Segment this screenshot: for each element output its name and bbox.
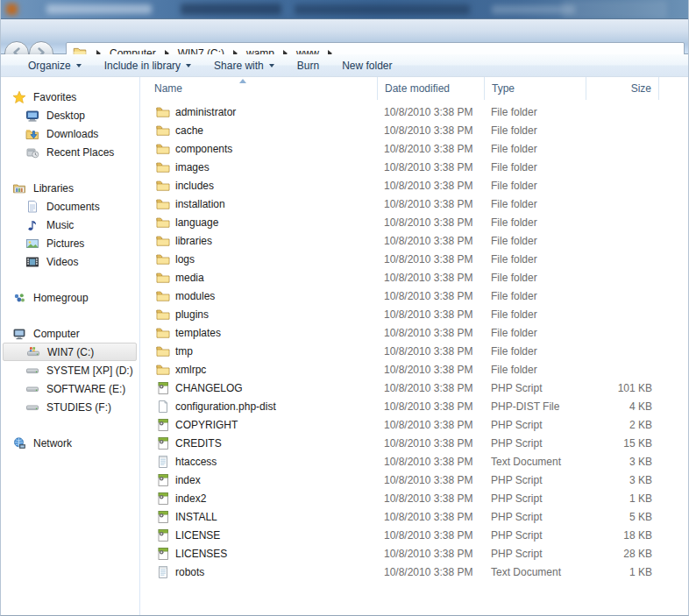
sidebar-item[interactable]: Downloads <box>1 124 139 143</box>
file-name-cell: includes <box>140 179 377 193</box>
sidebar-section-label: Libraries <box>33 182 74 195</box>
sidebar-item[interactable]: Desktop <box>1 106 139 124</box>
file-date-cell: 10/8/2010 3:38 PM <box>377 124 484 137</box>
php-script-icon <box>156 418 170 432</box>
file-row[interactable]: COPYRIGHT 10/8/2010 3:38 PM PHP Script 2… <box>140 415 688 434</box>
file-name: logs <box>175 253 195 266</box>
file-row[interactable]: INSTALL 10/8/2010 3:38 PM PHP Script 5 K… <box>140 507 688 526</box>
file-row[interactable]: index2 10/8/2010 3:38 PM PHP Script 1 KB <box>140 489 688 507</box>
file-type-cell: File folder <box>484 253 586 266</box>
file-row[interactable]: CHANGELOG 10/8/2010 3:38 PM PHP Script 1… <box>140 379 688 397</box>
file-type-cell: File folder <box>484 364 586 376</box>
downloads-icon <box>25 127 39 141</box>
file-date-cell: 10/8/2010 3:38 PM <box>377 456 484 468</box>
file-row[interactable]: plugins 10/8/2010 3:38 PM File folder <box>140 305 688 323</box>
sidebar-item-label: STUDIES (F:) <box>46 401 111 414</box>
toolbar-button[interactable]: Share with <box>202 54 286 76</box>
file-name: INSTALL <box>175 511 217 523</box>
file-row[interactable]: includes 10/8/2010 3:38 PM File folder <box>140 176 688 195</box>
file-row[interactable]: libraries 10/8/2010 3:38 PM File folder <box>140 231 688 250</box>
file-rows: administrator 10/8/2010 3:38 PM File fol… <box>140 100 688 581</box>
sidebar-section-header[interactable]: Homegroup <box>1 288 139 307</box>
file-row[interactable]: htaccess 10/8/2010 3:38 PM Text Document… <box>140 452 688 471</box>
sidebar-item[interactable]: STUDIES (F:) <box>1 398 139 416</box>
toolbar-button[interactable]: Include in library <box>93 54 202 76</box>
file-date-cell: 10/8/2010 3:38 PM <box>377 272 484 284</box>
dropdown-arrow-icon <box>269 64 274 67</box>
sidebar-item[interactable]: Recent Places <box>1 143 139 161</box>
blurred-app-icon <box>6 4 18 15</box>
file-date-cell: 10/8/2010 3:38 PM <box>377 216 484 229</box>
file-name: media <box>175 272 204 284</box>
file-row[interactable]: xmlrpc 10/8/2010 3:38 PM File folder <box>140 360 688 379</box>
blank-file-icon <box>156 400 170 414</box>
toolbar-button[interactable]: Burn <box>286 54 330 76</box>
column-header-type[interactable]: Type <box>484 77 586 100</box>
toolbar-button-label: Share with <box>214 60 264 72</box>
sidebar-item[interactable]: WIN7 (C:) <box>3 343 137 361</box>
column-header-name[interactable]: Name <box>140 77 377 100</box>
file-row[interactable]: index 10/8/2010 3:38 PM PHP Script 3 KB <box>140 471 688 489</box>
file-type-cell: PHP-DIST File <box>484 400 586 413</box>
file-type-cell: PHP Script <box>484 548 586 560</box>
file-row[interactable]: installation 10/8/2010 3:38 PM File fold… <box>140 195 688 213</box>
file-name: index2 <box>175 492 206 505</box>
file-row[interactable]: tmp 10/8/2010 3:38 PM File folder <box>140 342 688 360</box>
file-row[interactable]: robots 10/8/2010 3:38 PM Text Document 1… <box>140 563 688 581</box>
file-type-cell: File folder <box>484 124 586 137</box>
column-header-date-modified[interactable]: Date modified <box>377 77 484 100</box>
file-row[interactable]: LICENSE 10/8/2010 3:38 PM PHP Script 18 … <box>140 526 688 544</box>
file-row[interactable]: modules 10/8/2010 3:38 PM File folder <box>140 287 688 305</box>
sidebar-item[interactable]: Pictures <box>1 234 139 252</box>
file-row[interactable]: images 10/8/2010 3:38 PM File folder <box>140 158 688 176</box>
sidebar-section-header[interactable]: Computer <box>1 324 139 343</box>
file-row[interactable]: components 10/8/2010 3:38 PM File folder <box>140 139 688 158</box>
toolbar-button[interactable]: New folder <box>330 54 403 76</box>
toolbar-button[interactable]: Organize <box>17 54 93 76</box>
file-row[interactable]: language 10/8/2010 3:38 PM File folder <box>140 213 688 231</box>
folder-icon <box>156 179 170 193</box>
file-row[interactable]: logs 10/8/2010 3:38 PM File folder <box>140 250 688 268</box>
file-row[interactable]: LICENSES 10/8/2010 3:38 PM PHP Script 28… <box>140 544 688 563</box>
file-name: CHANGELOG <box>175 382 243 394</box>
file-row[interactable]: CREDITS 10/8/2010 3:38 PM PHP Script 15 … <box>140 434 688 452</box>
sidebar-item[interactable]: SOFTWARE (E:) <box>1 379 139 398</box>
sidebar-item[interactable]: Documents <box>1 197 139 216</box>
file-type-cell: File folder <box>484 216 586 229</box>
file-name-cell: htaccess <box>140 455 377 469</box>
drive-icon <box>25 382 39 396</box>
file-date-cell: 10/8/2010 3:38 PM <box>377 437 484 450</box>
file-name: language <box>175 216 218 229</box>
sidebar-item-label: Downloads <box>46 128 98 140</box>
file-row[interactable]: configuration.php-dist 10/8/2010 3:38 PM… <box>140 397 688 415</box>
folder-icon <box>156 142 170 156</box>
file-row[interactable]: media 10/8/2010 3:38 PM File folder <box>140 268 688 287</box>
file-type-cell: PHP Script <box>484 474 586 486</box>
music-icon <box>25 218 39 232</box>
file-row[interactable]: cache 10/8/2010 3:38 PM File folder <box>140 121 688 139</box>
file-row[interactable]: administrator 10/8/2010 3:38 PM File fol… <box>140 103 688 121</box>
file-type-cell: File folder <box>484 235 586 247</box>
file-name-cell: administrator <box>140 105 377 119</box>
toolbar-button-label: Include in library <box>104 60 181 72</box>
file-date-cell: 10/8/2010 3:38 PM <box>377 327 484 339</box>
file-name-cell: COPYRIGHT <box>140 418 377 432</box>
sidebar-item-label: WIN7 (C:) <box>47 346 94 358</box>
file-name-cell: robots <box>140 565 377 579</box>
sidebar-section-header[interactable]: Favorites <box>1 88 139 106</box>
sidebar-item[interactable]: SYSTEM [XP] (D:) <box>1 361 139 379</box>
videos-icon <box>25 255 39 269</box>
file-type-cell: Text Document <box>484 566 586 578</box>
column-header-size[interactable]: Size <box>586 77 659 100</box>
sidebar-item[interactable]: Videos <box>1 252 139 271</box>
sidebar-item[interactable]: Music <box>1 216 139 234</box>
file-name-cell: logs <box>140 252 377 266</box>
sidebar-section-header[interactable]: Libraries <box>1 179 139 197</box>
pictures-icon <box>25 237 39 251</box>
sidebar-section-header[interactable]: Network <box>1 434 139 452</box>
file-row[interactable]: templates 10/8/2010 3:38 PM File folder <box>140 323 688 342</box>
file-date-cell: 10/8/2010 3:38 PM <box>377 180 484 192</box>
file-name: index <box>175 474 201 486</box>
sidebar-section-label: Homegroup <box>33 292 89 304</box>
file-name-cell: index2 <box>140 492 377 506</box>
